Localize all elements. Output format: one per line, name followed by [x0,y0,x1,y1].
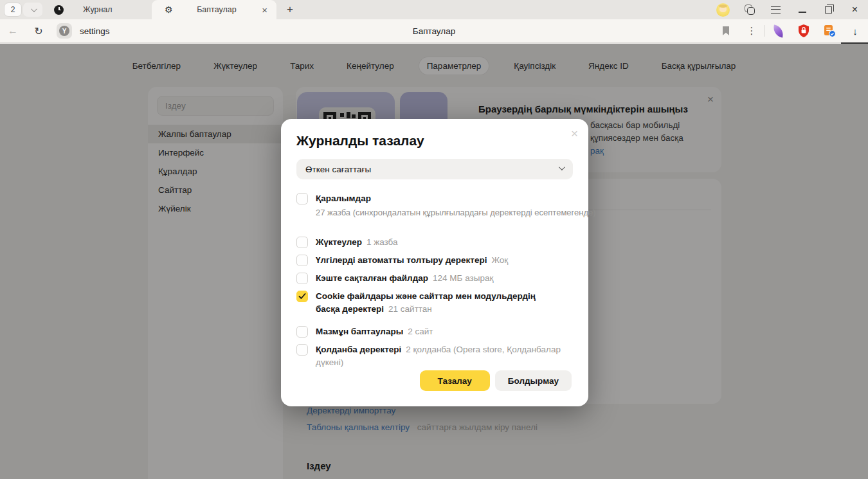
history-item-value: 1 жазба [366,237,398,247]
window-close-button[interactable]: × [842,0,868,19]
clock-icon [54,5,64,15]
checkbox[interactable] [296,193,308,204]
url-text[interactable]: settings [80,26,110,36]
history-item-row: Жүктеулер1 жазба [296,236,573,249]
checkbox[interactable] [296,326,308,338]
shield-lock-icon [798,24,809,37]
history-item-text: Үлгілерді автоматты толтыру деректеріЖоқ [316,254,508,267]
history-item-value: 124 МБ азырақ [433,273,493,283]
history-item-row: Мазмұн баптаулары2 сайт [296,325,573,338]
close-icon: × [852,5,858,15]
site-badge[interactable]: Y [57,23,72,39]
history-item-text: Cookie файлдары және сайттар мен модульд… [316,290,542,316]
address-bar: ← ↻ Y settings Баптаулар ⋮ [0,19,868,43]
document-check-icon [823,24,836,37]
browser-window: 2 Журнал ⚙ Баптаулар × + × ← ↻ Y setting… [0,0,868,479]
chevron-down-icon [30,6,37,12]
checkbox-checked[interactable] [296,291,308,302]
history-item-label: Қолданба деректері [316,345,401,354]
bookmark-button[interactable] [713,19,739,43]
window-restore-button[interactable] [815,0,842,19]
panels-icon [745,5,755,15]
history-item-text: Қаралымдар27 жазба (синхрондалатын құрыл… [316,192,573,219]
checkbox[interactable] [296,255,308,266]
reload-button[interactable]: ↻ [26,19,51,43]
yandex-icon: Y [59,26,69,36]
protect-button[interactable] [791,19,817,43]
checkbox[interactable] [296,344,308,356]
history-item-subtext: 27 жазба (синхрондалатын құрылғылардағы … [316,206,573,219]
history-item-label: Қаралымдар [316,194,371,203]
tab-settings-active[interactable]: ⚙ Баптаулар × [152,0,276,19]
history-item-label: Жүктеулер [316,237,362,247]
history-item-value: 21 сайттан [388,304,432,314]
period-select-value: Өткен сағаттағы [305,165,371,174]
minimize-icon [799,12,806,13]
profile-avatar[interactable] [710,0,736,19]
avatar [716,3,730,17]
history-item-row: Қолданба деректері2 қолданба (Opera stor… [296,343,573,369]
history-item-row: Үлгілерді автоматты толтыру деректеріЖоқ [296,254,573,267]
tab-label: Журнал [83,5,113,14]
window-minimize-button[interactable] [789,0,815,19]
tab-bar: 2 Журнал ⚙ Баптаулар × + × [0,0,868,19]
extensions-menu-button[interactable]: ⋮ [739,19,764,43]
history-item-text: Мазмұн баптаулары2 сайт [316,325,433,338]
history-item-value: Жоқ [491,255,508,265]
translate-page-button[interactable] [817,19,842,43]
gear-icon: ⚙ [165,5,173,14]
history-item-row: Қаралымдар27 жазба (синхрондалатын құрыл… [296,192,573,219]
downloads-button[interactable]: ↓ [842,19,868,43]
history-items-list: Қаралымдар27 жазба (синхрондалатын құрыл… [296,192,573,369]
browser-menu-button[interactable] [763,0,789,19]
feather-icon [772,24,784,37]
checkbox[interactable] [296,237,308,248]
restore-icon [825,6,832,14]
tab-close-icon[interactable]: × [260,5,269,15]
plus-theme-button[interactable] [765,19,791,43]
history-item-label: Кэште сақталған файлдар [316,273,428,283]
history-item-row: Cookie файлдары және сайттар мен модульд… [296,290,573,316]
tab-journal[interactable]: Журнал [42,0,150,19]
modal-close-icon[interactable]: × [571,127,578,141]
history-item-row: Кэште сақталған файлдар124 МБ азырақ [296,272,573,285]
hamburger-icon [771,6,781,14]
modal-actions: Тазалау Болдырмау [420,370,572,391]
tab-counter-button[interactable]: 2 [4,3,22,17]
checkbox[interactable] [296,273,308,284]
new-tab-button[interactable]: + [282,1,298,18]
history-item-value: 2 сайт [408,327,433,336]
clear-button[interactable]: Тазалау [420,370,490,391]
tab-label: Баптаулар [173,5,261,14]
side-panels-button[interactable] [736,0,763,19]
period-select[interactable]: Өткен сағаттағы [296,159,573,179]
settings-page: БетбелгілерЖүктеулерТарихКеңейтулерПарам… [0,44,868,479]
bookmark-icon [721,26,730,36]
history-item-text: Кэште сақталған файлдар124 МБ азырақ [316,272,493,285]
modal-title: Журналды тазалау [296,132,573,150]
tab-list-dropdown-button[interactable] [23,3,42,17]
history-item-text: Қолданба деректері2 қолданба (Opera stor… [316,343,573,369]
history-item-text: Жүктеулер1 жазба [316,236,398,249]
cancel-button[interactable]: Болдырмау [495,370,572,391]
history-item-label: Үлгілерді автоматты толтыру деректері [316,255,487,265]
clear-history-modal: × Журналды тазалау Өткен сағаттағы Қарал… [281,119,588,406]
chevron-down-icon [559,164,565,170]
history-item-label: Мазмұн баптаулары [316,327,403,336]
back-button[interactable]: ← [0,19,26,43]
